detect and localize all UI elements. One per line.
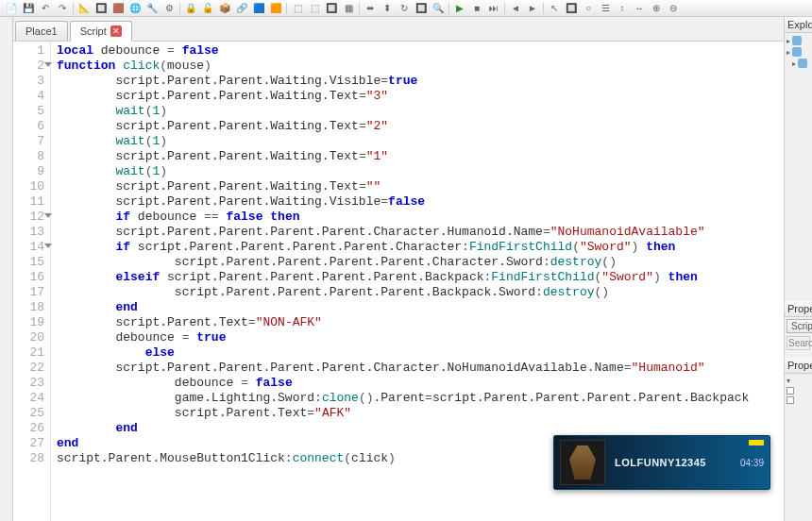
toolbar-button-icon[interactable]: ⬚ (307, 2, 322, 15)
toolbar-button-icon[interactable]: 📄 (4, 2, 19, 15)
line-number: 4 (13, 89, 50, 104)
code-line[interactable]: script.Parent.Parent.Waiting.Text="" (57, 179, 784, 194)
toolbar-button-icon[interactable]: ☰ (598, 2, 613, 15)
code-line[interactable]: elseif script.Parent.Parent.Parent.Paren… (57, 270, 784, 285)
toolbar-button-icon[interactable]: ◄ (508, 2, 523, 15)
properties-search[interactable]: Search (787, 336, 810, 350)
chevron-right-icon[interactable]: ▸ (792, 59, 796, 68)
code-line[interactable]: debounce = true (57, 330, 784, 345)
code-line[interactable]: wait(1) (57, 134, 784, 149)
tab-label: Place1 (25, 25, 58, 37)
toolbar-button-icon[interactable]: 🟧 (268, 2, 283, 15)
toolbar-button-icon[interactable]: 🔲 (324, 2, 339, 15)
explorer-header[interactable]: Explorer (785, 17, 812, 33)
line-number: 21 (13, 345, 50, 361)
toolbar-button-icon[interactable]: 🟫 (110, 2, 126, 15)
toolbar-button-icon[interactable]: ⬚ (290, 2, 305, 15)
toolbar-button-icon[interactable]: 🔧 (144, 2, 160, 15)
fold-marker-icon[interactable] (44, 213, 52, 218)
toolbar-button-icon[interactable]: ⬍ (380, 2, 395, 15)
toolbar-button-icon[interactable]: 🔗 (234, 2, 249, 15)
tree-item[interactable]: ▸ (787, 35, 810, 46)
code-line[interactable]: script.Parent.Parent.Waiting.Text="1" (57, 149, 784, 164)
toolbar-button-icon[interactable]: ↶ (38, 2, 53, 15)
toolbar-button-icon[interactable]: ⊖ (666, 2, 681, 15)
toolbar-button-icon[interactable]: ▶ (452, 2, 467, 15)
object-icon (792, 36, 802, 45)
toolbar-button-icon[interactable]: ⚙ (161, 2, 177, 15)
toolbar-button-icon[interactable]: 🔲 (564, 2, 579, 15)
code-line[interactable]: script.Parent.Parent.Parent.Parent.Backp… (57, 285, 784, 300)
code-line[interactable]: debounce = false (57, 376, 784, 391)
toolbar-button-icon[interactable]: ► (525, 2, 540, 15)
line-number: 3 (13, 74, 50, 89)
toolbar-button-icon[interactable]: ↕ (615, 2, 630, 15)
code-line[interactable]: wait(1) (57, 164, 784, 179)
properties-header[interactable]: Properties (785, 301, 812, 317)
toolbar-separator (179, 3, 180, 14)
line-number: 5 (13, 104, 50, 119)
toolbar-button-icon[interactable]: 💾 (21, 2, 36, 15)
code-line[interactable]: script.Parent.Text="AFK" (57, 406, 784, 421)
toolbar-separator (448, 3, 449, 14)
friend-notification[interactable]: LOLFUNNY12345 04:39 (553, 435, 770, 490)
tree-item[interactable]: ▸ (792, 58, 810, 69)
code-line[interactable]: function click(mouse) (57, 59, 784, 74)
toolbar-button-icon[interactable]: ↖ (547, 2, 562, 15)
toolbar-button-icon[interactable]: ⬌ (363, 2, 378, 15)
tree-item[interactable]: ▸ (787, 46, 810, 58)
line-number: 6 (13, 119, 50, 134)
line-number: 20 (13, 330, 50, 345)
properties-header-2[interactable]: Properties (785, 358, 812, 374)
toolbar-button-icon[interactable]: 🔓 (200, 2, 215, 15)
toolbar-button-icon[interactable]: ⏭ (486, 2, 501, 15)
tab-script[interactable]: Script✕ (70, 21, 132, 42)
toolbar-button-icon[interactable]: 🌐 (127, 2, 143, 15)
toolbar-button-icon[interactable]: 📦 (217, 2, 232, 15)
line-number: 7 (13, 134, 50, 149)
code-line[interactable]: script.Parent.Parent.Waiting.Visible=tru… (57, 74, 784, 89)
toolbar-button-icon[interactable]: ■ (469, 2, 484, 15)
fold-marker-icon[interactable] (44, 62, 52, 67)
code-line[interactable]: end (57, 300, 784, 315)
line-number: 26 (13, 421, 50, 436)
tab-place1[interactable]: Place1 (15, 21, 68, 41)
code-line[interactable]: else (57, 345, 784, 361)
toolbar-button-icon[interactable]: 📐 (76, 2, 92, 15)
toolbar-button-icon[interactable]: 🟦 (251, 2, 266, 15)
toolbar-button-icon[interactable]: ▦ (341, 2, 356, 15)
toolbar-button-icon[interactable]: ↔ (632, 2, 647, 15)
code-line[interactable]: game.Lighting.Sword:clone().Parent=scrip… (57, 391, 784, 406)
code-line[interactable]: script.Parent.Parent.Waiting.Visible=fal… (57, 194, 784, 210)
code-line[interactable]: if debounce == false then (57, 210, 784, 225)
script-filter-button[interactable]: Script (787, 319, 812, 333)
code-line[interactable]: script.Parent.Parent.Parent.Parent.Chara… (57, 361, 784, 376)
code-line[interactable]: local debounce = false (57, 43, 784, 59)
toolbar-button-icon[interactable]: 🔒 (183, 2, 198, 15)
code-line[interactable]: script.Parent.Parent.Waiting.Text="3" (57, 89, 784, 104)
avatar (560, 440, 605, 485)
toolbar-button-icon[interactable]: 🔍 (431, 2, 446, 15)
close-icon[interactable]: ✕ (110, 25, 122, 37)
chevron-right-icon[interactable]: ▸ (787, 48, 790, 57)
right-panel: Explorer ▸ ▸ ▸ Properties Script Search … (784, 17, 812, 521)
toolbar-button-icon[interactable]: ○ (581, 2, 596, 15)
toolbar-button-icon[interactable]: 🔲 (414, 2, 429, 15)
code-line[interactable]: wait(1) (57, 104, 784, 119)
code-line[interactable]: script.Parent.Text="NON-AFK" (57, 315, 784, 330)
notification-time: 04:39 (740, 458, 764, 468)
toolbar-button-icon[interactable]: 🔲 (93, 2, 109, 15)
chevron-right-icon[interactable]: ▸ (787, 37, 790, 45)
toolbar-button-icon[interactable]: ⊕ (649, 2, 664, 15)
code-line[interactable]: script.Parent.Parent.Parent.Parent.Chara… (57, 255, 784, 270)
toolbar-button-icon[interactable]: ↷ (55, 2, 70, 15)
toolbar-button-icon[interactable]: ↻ (397, 2, 412, 15)
line-number: 11 (13, 194, 50, 210)
code-line[interactable]: script.Parent.Parent.Parent.Parent.Chara… (57, 225, 784, 240)
fold-marker-icon[interactable] (44, 244, 52, 248)
main-toolbar: 📄💾↶↷📐🔲🟫🌐🔧⚙🔒🔓📦🔗🟦🟧⬚⬚🔲▦⬌⬍↻🔲🔍▶■⏭◄►↖🔲○☰↕↔⊕⊖ (0, 0, 812, 17)
code-line[interactable]: end (57, 421, 784, 436)
toolbar-separator (73, 3, 74, 14)
code-line[interactable]: script.Parent.Parent.Waiting.Text="2" (57, 119, 784, 134)
code-line[interactable]: if script.Parent.Parent.Parent.Parent.Ch… (57, 240, 784, 255)
